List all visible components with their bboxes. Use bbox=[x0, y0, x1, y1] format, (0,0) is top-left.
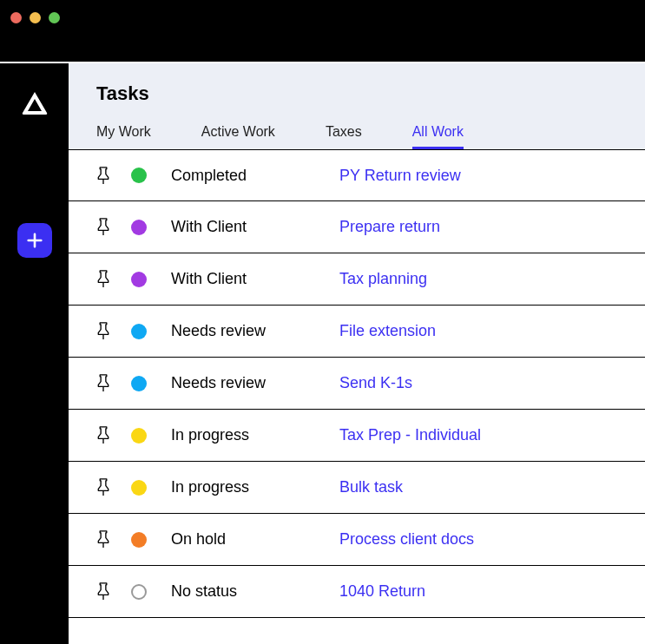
task-row[interactable]: With ClientPrepare return bbox=[69, 201, 645, 253]
pin-icon bbox=[96, 478, 110, 496]
pin-icon bbox=[96, 270, 110, 288]
pin-icon bbox=[96, 582, 110, 601]
app-logo[interactable] bbox=[19, 88, 50, 119]
status-indicator bbox=[131, 428, 171, 444]
status-indicator bbox=[131, 376, 171, 391]
status-indicator bbox=[131, 584, 171, 600]
triangle-logo-icon bbox=[19, 88, 50, 119]
window-controls bbox=[0, 0, 645, 35]
task-row[interactable]: In progressTax Prep - Individual bbox=[69, 410, 645, 462]
task-row[interactable]: CompletedPY Return review bbox=[69, 149, 645, 201]
task-row[interactable]: On holdProcess client docs bbox=[69, 514, 645, 566]
status-label: Needs review bbox=[171, 374, 339, 392]
status-label: In progress bbox=[171, 478, 339, 496]
pin-toggle[interactable] bbox=[96, 270, 131, 288]
task-link[interactable]: PY Return review bbox=[339, 167, 461, 185]
plus-icon bbox=[25, 231, 44, 250]
status-label: Needs review bbox=[171, 322, 339, 340]
tab-all-work[interactable]: All Work bbox=[412, 124, 464, 149]
task-row[interactable]: Needs reviewFile extension bbox=[69, 306, 645, 358]
task-row[interactable]: In progressBulk task bbox=[69, 462, 645, 514]
window-minimize-dot[interactable] bbox=[30, 12, 41, 23]
tab-taxes[interactable]: Taxes bbox=[326, 124, 362, 149]
window-close-dot[interactable] bbox=[10, 12, 22, 23]
pin-icon bbox=[96, 374, 110, 392]
task-link[interactable]: Tax planning bbox=[339, 270, 427, 288]
pin-icon bbox=[96, 426, 110, 444]
task-link[interactable]: Send K-1s bbox=[339, 374, 412, 392]
pin-icon bbox=[96, 530, 110, 549]
header: Tasks My WorkActive WorkTaxesAll Work bbox=[69, 63, 645, 149]
tab-active-work[interactable]: Active Work bbox=[201, 124, 275, 149]
status-label: In progress bbox=[171, 426, 339, 444]
pin-toggle[interactable] bbox=[96, 582, 131, 601]
status-indicator bbox=[131, 220, 171, 235]
task-row[interactable]: Needs reviewSend K-1s bbox=[69, 358, 645, 410]
pin-icon bbox=[96, 218, 110, 236]
pin-toggle[interactable] bbox=[96, 322, 131, 340]
task-row[interactable]: With ClientTax planning bbox=[69, 253, 645, 306]
pin-toggle[interactable] bbox=[96, 374, 131, 392]
task-link[interactable]: Bulk task bbox=[339, 478, 403, 496]
pin-icon bbox=[96, 322, 110, 340]
main-panel: Tasks My WorkActive WorkTaxesAll Work Co… bbox=[69, 63, 645, 644]
status-indicator bbox=[131, 532, 171, 548]
task-link[interactable]: File extension bbox=[339, 322, 436, 340]
window-maximize-dot[interactable] bbox=[49, 12, 60, 23]
tab-bar: My WorkActive WorkTaxesAll Work bbox=[96, 124, 645, 149]
page-title: Tasks bbox=[96, 82, 645, 105]
status-label: No status bbox=[171, 582, 339, 601]
sidebar bbox=[0, 63, 69, 644]
task-link[interactable]: 1040 Return bbox=[339, 582, 425, 601]
status-indicator bbox=[131, 168, 171, 183]
status-label: With Client bbox=[171, 218, 339, 236]
task-link[interactable]: Prepare return bbox=[339, 218, 440, 236]
pin-toggle[interactable] bbox=[96, 218, 131, 236]
task-row[interactable]: No status1040 Return bbox=[69, 566, 645, 618]
status-label: With Client bbox=[171, 270, 339, 288]
pin-icon bbox=[96, 167, 110, 185]
status-indicator bbox=[131, 480, 171, 496]
pin-toggle[interactable] bbox=[96, 478, 131, 496]
status-label: On hold bbox=[171, 530, 339, 549]
pin-toggle[interactable] bbox=[96, 426, 131, 444]
status-indicator bbox=[131, 324, 171, 339]
add-button[interactable] bbox=[17, 223, 52, 258]
task-list: CompletedPY Return review With ClientPre… bbox=[69, 149, 645, 644]
tab-my-work[interactable]: My Work bbox=[96, 124, 151, 149]
status-indicator bbox=[131, 272, 171, 287]
pin-toggle[interactable] bbox=[96, 530, 131, 549]
task-link[interactable]: Process client docs bbox=[339, 530, 474, 549]
status-label: Completed bbox=[171, 167, 339, 185]
task-link[interactable]: Tax Prep - Individual bbox=[339, 426, 481, 444]
titlebar-gap bbox=[0, 35, 645, 62]
pin-toggle[interactable] bbox=[96, 167, 131, 185]
